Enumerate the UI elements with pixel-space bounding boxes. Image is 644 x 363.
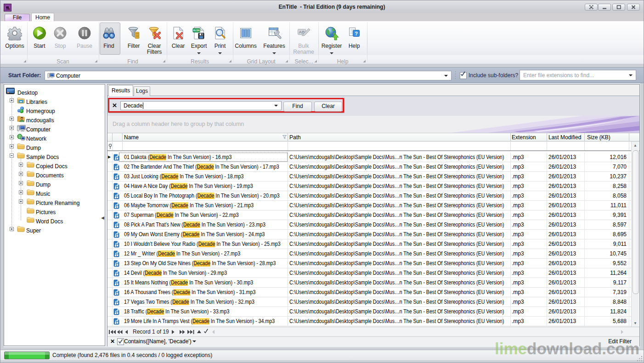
- svg-text:?: ?: [355, 31, 358, 36]
- svg-text:XLSX: XLSX: [193, 29, 200, 32]
